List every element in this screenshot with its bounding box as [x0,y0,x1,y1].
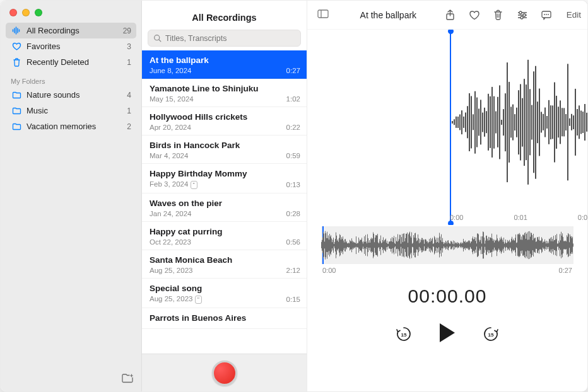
recording-item-date: Aug 25, 2023 " [150,295,202,304]
recording-item[interactable]: Waves on the pierJan 24, 2024 0:28 [142,193,307,222]
settings-button[interactable] [516,9,529,21]
recording-item-date: Oct 22, 2023 [150,238,191,246]
recording-item-duration: 1:02 [286,95,300,103]
recording-item-duration: 0:56 [286,238,300,246]
toggle-sidebar-button[interactable] [317,9,329,20]
sidebar-primary-list: All Recordings29Favorites3Recently Delet… [1,19,141,70]
recording-item[interactable]: Santa Monica BeachAug 25, 2023 2:12 [142,250,307,279]
window-traffic-lights [1,1,141,19]
sidebar: All Recordings29Favorites3Recently Delet… [1,1,142,391]
recording-item[interactable]: Hollywood Hills cricketsApr 20, 2024 0:2… [142,107,307,135]
timecode-display: 00:00.00 [307,285,587,307]
delete-button[interactable] [492,9,505,21]
svg-point-22 [548,14,549,15]
sidebar-item[interactable]: Favorites3 [6,38,136,54]
waveform-overview[interactable]: 0:00 0:01 0:02 [307,30,587,225]
recording-item-title: Happy cat purring [150,227,300,236]
trim-handle-left[interactable] [450,31,451,224]
sidebar-item-count: 2 [127,122,131,131]
recording-item-date: June 8, 2024 [150,67,192,74]
favorite-button[interactable] [468,9,481,21]
search-wrap [142,25,307,50]
recording-item-duration: 0:13 [286,181,300,188]
sidebar-item-count: 3 [127,42,131,51]
recording-item-date: Jan 24, 2024 [150,210,192,217]
heart-icon [11,42,22,50]
recording-item[interactable]: At the ballparkJune 8, 2024 0:27 [142,50,307,79]
play-button[interactable] [438,322,457,345]
transcript-button[interactable] [540,9,553,21]
svg-point-21 [546,14,547,15]
recording-item-title: Special song [150,284,300,293]
svg-text:15: 15 [401,331,407,337]
recording-item-duration: 0:59 [286,152,300,159]
recording-list-title: All Recordings [142,1,307,25]
sidebar-item-count: 1 [127,58,131,67]
recording-item-duration: 0:28 [286,210,300,217]
recording-item[interactable]: Birds in Hancock ParkMar 4, 2024 0:59 [142,135,307,164]
recording-item[interactable]: Parrots in Buenos Aires [142,308,307,329]
recording-item-title: Waves on the pier [150,199,300,208]
recording-item-title: Hollywood Hills crickets [150,112,300,122]
recording-item-title: Happy Birthday Mommy [150,169,300,178]
recording-title: At the ballpark [332,10,444,20]
record-button[interactable] [212,360,237,386]
app-window: All Recordings29Favorites3Recently Delet… [0,0,588,392]
svg-point-20 [544,14,545,15]
folder-icon [11,107,22,115]
svg-point-18 [520,16,523,19]
sidebar-item[interactable]: Recently Deleted1 [6,54,136,70]
folder-icon [11,91,22,99]
waveform-scrubber[interactable] [321,226,573,264]
ruler-tick: 0:02 [578,214,587,221]
svg-line-7 [159,40,161,42]
folder-icon [11,123,22,130]
sidebar-item-label: Music [26,106,127,115]
toolbar: At the ballpark Edit [307,1,587,30]
search-field[interactable] [148,30,301,47]
sidebar-item-count: 29 [123,26,131,35]
sidebar-item-label: Vacation memories [26,122,127,131]
ruler-tick: 0:00 [450,214,463,221]
skip-forward-button[interactable]: 15 [482,325,500,343]
recording-item-date: Aug 25, 2023 [150,267,192,274]
recording-item-title: Birds in Hancock Park [150,141,300,150]
scrubber-end: 0:27 [559,267,572,274]
sidebar-item-label: Recently Deleted [26,57,127,67]
recording-item-title: At the ballpark [150,55,300,65]
recording-item[interactable]: Special songAug 25, 2023 "0:15 [142,279,307,308]
close-window-button[interactable] [9,9,17,16]
edit-button[interactable]: Edit [564,10,581,20]
sidebar-folders-header: My Folders [1,70,141,87]
transcript-badge-icon: " [191,181,197,189]
recording-detail-pane: At the ballpark Edit 0:00 0:01 0:02 [307,1,587,391]
recording-item-date: Mar 4, 2024 [150,152,188,159]
recording-item-title: Santa Monica Beach [150,255,300,265]
sidebar-item-count: 4 [127,91,131,100]
recording-item-date: Apr 20, 2024 [150,124,191,131]
new-folder-button[interactable] [121,373,134,385]
sidebar-item-label: All Recordings [26,26,123,35]
search-input[interactable] [165,34,295,43]
skip-back-button[interactable]: 15 [395,325,413,343]
scrubber-times: 0:00 0:27 [321,267,573,274]
waveform-scrubber-wrap: 0:00 0:27 [321,226,573,274]
recording-item-title: Parrots in Buenos Aires [150,313,300,323]
recording-item[interactable]: Happy Birthday MommyFeb 3, 2024 "0:13 [142,164,307,193]
share-button[interactable] [444,9,457,21]
recording-item-duration: 0:27 [286,67,300,74]
waveform-icon [11,26,22,35]
recording-item-date: May 15, 2024 [150,95,194,103]
sidebar-folder-item[interactable]: Music1 [6,103,136,118]
time-ruler: 0:00 0:01 0:02 [326,214,587,221]
recording-item-duration: 0:15 [286,296,300,303]
record-footer [142,354,307,391]
sidebar-folder-item[interactable]: Nature sounds4 [6,87,136,103]
recording-item[interactable]: Happy cat purringOct 22, 2023 0:56 [142,222,307,250]
recording-item[interactable]: Yamanote Line to ShinjukuMay 15, 2024 1:… [142,79,307,107]
minimize-window-button[interactable] [22,9,30,16]
sidebar-item[interactable]: All Recordings29 [6,23,136,38]
fullscreen-window-button[interactable] [35,9,42,16]
recording-list[interactable]: At the ballparkJune 8, 2024 0:27Yamanote… [142,50,307,354]
sidebar-folder-item[interactable]: Vacation memories2 [6,118,136,134]
